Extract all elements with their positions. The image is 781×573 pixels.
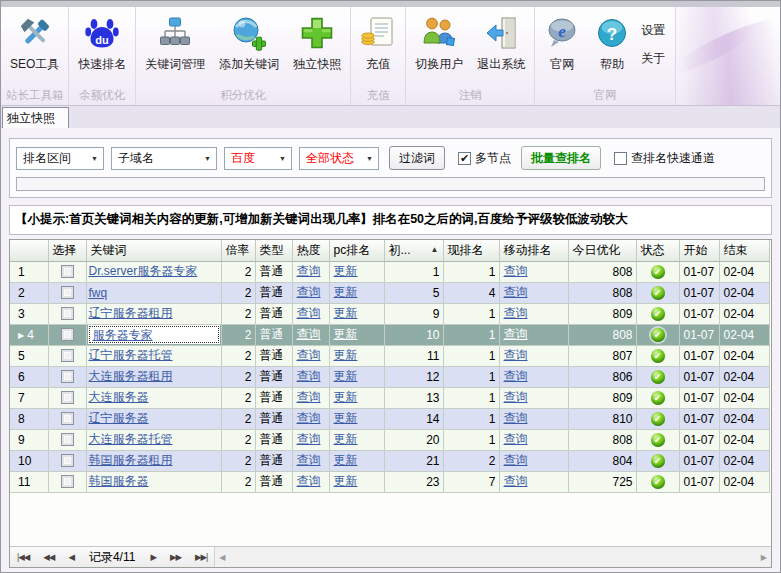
nav-first-button[interactable]: |◀◀ [10, 552, 36, 562]
pc-rank-update-link[interactable]: 更新 [334, 348, 358, 362]
keyword-link[interactable]: 服务器专家 [93, 328, 153, 342]
row-checkbox[interactable] [61, 454, 74, 467]
search-engine-dropdown[interactable]: 百度 ▼ [224, 147, 292, 170]
keyword-link[interactable]: 辽宁服务器 [89, 411, 149, 425]
table-row[interactable]: 3辽宁服务器租用2普通查询更新91查询809✔01-0702-04 [10, 303, 769, 324]
pc-rank-update-link[interactable]: 更新 [334, 306, 358, 320]
pc-rank-update-link[interactable]: 更新 [334, 474, 358, 488]
scroll-left-icon[interactable]: ◀ [219, 553, 225, 562]
mobile-rank-query-link[interactable]: 查询 [504, 306, 528, 320]
mobile-rank-query-link[interactable]: 查询 [504, 264, 528, 278]
tab-standalone-snapshot[interactable]: 独立快照 [2, 107, 69, 128]
heat-query-link[interactable]: 查询 [297, 390, 321, 404]
header-type[interactable]: 类型 [255, 240, 292, 261]
table-row[interactable]: 9大连服务器托管2普通查询更新201查询808✔01-0702-04 [10, 429, 769, 450]
nav-next-page-button[interactable]: ▶▶ [163, 552, 188, 562]
header-select[interactable]: 选择 [48, 240, 86, 261]
official-site-button[interactable]: e 官网 [537, 8, 587, 75]
header-start[interactable]: 开始 [679, 240, 719, 261]
table-row[interactable]: 11韩国服务器2普通查询更新237查询725✔01-0702-04 [10, 471, 769, 492]
heat-query-link[interactable]: 查询 [297, 285, 321, 299]
filter-input[interactable] [16, 177, 765, 191]
row-checkbox[interactable] [61, 412, 74, 425]
table-row[interactable]: ▶4服务器专家2普通查询更新101查询808✔01-0702-04 [10, 324, 769, 345]
status-filter-dropdown[interactable]: 全部状态 ▼ [299, 147, 379, 170]
heat-query-link[interactable]: 查询 [297, 306, 321, 320]
header-initial-rank[interactable]: 初... ▲ [384, 240, 443, 261]
heat-query-link[interactable]: 查询 [297, 348, 321, 362]
row-checkbox[interactable] [61, 307, 74, 320]
subdomain-dropdown[interactable]: 子域名 ▼ [111, 147, 217, 170]
heat-query-link[interactable]: 查询 [297, 264, 321, 278]
row-checkbox[interactable] [61, 349, 74, 362]
mobile-rank-query-link[interactable]: 查询 [504, 327, 528, 341]
nav-next-button[interactable]: ▶ [143, 552, 163, 562]
header-multiplier[interactable]: 倍率 [221, 240, 255, 261]
pc-rank-update-link[interactable]: 更新 [334, 285, 358, 299]
scroll-right-icon[interactable]: ▶ [761, 553, 767, 562]
header-heat[interactable]: 热度 [292, 240, 329, 261]
pc-rank-update-link[interactable]: 更新 [334, 369, 358, 383]
fast-rank-button[interactable]: du 快速排名 [71, 8, 133, 75]
standalone-snapshot-button[interactable]: 独立快照 [286, 8, 348, 75]
mobile-rank-query-link[interactable]: 查询 [504, 390, 528, 404]
nav-last-button[interactable]: ▶▶| [188, 552, 214, 562]
keyword-link[interactable]: 韩国服务器 [89, 474, 149, 488]
mobile-rank-query-link[interactable]: 查询 [504, 369, 528, 383]
header-today-optimized[interactable]: 今日优化 [568, 240, 636, 261]
table-row[interactable]: 1Dr.server服务器专家2普通查询更新11查询808✔01-0702-04 [10, 261, 769, 282]
add-keyword-button[interactable]: 添加关键词 [212, 8, 286, 75]
fast-channel-checkbox[interactable] [614, 152, 627, 165]
header-pc-rank[interactable]: pc排名 [329, 240, 384, 261]
heat-query-link[interactable]: 查询 [297, 474, 321, 488]
horizontal-scrollbar[interactable]: ◀ ▶ [214, 547, 771, 567]
table-row[interactable]: 8辽宁服务器2普通查询更新141查询810✔01-0702-04 [10, 408, 769, 429]
nav-prior-page-button[interactable]: ◀◀ [36, 552, 61, 562]
about-button[interactable]: 关于 [641, 50, 665, 67]
heat-query-link[interactable]: 查询 [297, 327, 321, 341]
row-checkbox[interactable] [61, 391, 74, 404]
keyword-link[interactable]: 大连服务器 [89, 390, 149, 404]
rank-range-dropdown[interactable]: 排名区间 ▼ [16, 147, 104, 170]
mobile-rank-query-link[interactable]: 查询 [504, 474, 528, 488]
mobile-rank-query-link[interactable]: 查询 [504, 348, 528, 362]
row-checkbox[interactable] [61, 370, 74, 383]
heat-query-link[interactable]: 查询 [297, 453, 321, 467]
table-row[interactable]: 5辽宁服务器托管2普通查询更新111查询807✔01-0702-04 [10, 345, 769, 366]
heat-query-link[interactable]: 查询 [297, 432, 321, 446]
keyword-link[interactable]: 大连服务器托管 [89, 432, 173, 446]
keyword-link[interactable]: 大连服务器租用 [89, 369, 173, 383]
heat-query-link[interactable]: 查询 [297, 411, 321, 425]
mobile-rank-query-link[interactable]: 查询 [504, 432, 528, 446]
batch-rank-query-button[interactable]: 批量查排名 [521, 146, 601, 170]
keyword-link[interactable]: 辽宁服务器托管 [89, 348, 173, 362]
header-mobile-rank[interactable]: 移动排名 [499, 240, 568, 261]
row-checkbox[interactable] [61, 265, 74, 278]
keyword-edit-box[interactable]: 服务器专家 [89, 326, 219, 343]
keyword-link[interactable]: 韩国服务器租用 [89, 453, 173, 467]
switch-user-button[interactable]: 切换用户 [408, 8, 470, 75]
keyword-link[interactable]: Dr.server服务器专家 [89, 264, 198, 278]
keyword-link[interactable]: 辽宁服务器租用 [89, 306, 173, 320]
pc-rank-update-link[interactable]: 更新 [334, 453, 358, 467]
header-status[interactable]: 状态 [636, 240, 679, 261]
keyword-manage-button[interactable]: 关键词管理 [138, 8, 212, 75]
header-current-rank[interactable]: 现排名 [443, 240, 499, 261]
mobile-rank-query-link[interactable]: 查询 [504, 411, 528, 425]
pc-rank-update-link[interactable]: 更新 [334, 264, 358, 278]
help-button[interactable]: ? 帮助 [587, 8, 637, 75]
row-checkbox[interactable] [61, 475, 74, 488]
table-row[interactable]: 2fwq2普通查询更新54查询808✔01-0702-04 [10, 282, 769, 303]
seo-tools-button[interactable]: SEO工具 [3, 8, 66, 75]
heat-query-link[interactable]: 查询 [297, 369, 321, 383]
header-keyword[interactable]: 关键词 [86, 240, 221, 261]
exit-system-button[interactable]: 退出系统 [470, 8, 532, 75]
mobile-rank-query-link[interactable]: 查询 [504, 285, 528, 299]
row-checkbox[interactable] [61, 286, 74, 299]
filter-word-button[interactable]: 过滤词 [389, 146, 445, 170]
pc-rank-update-link[interactable]: 更新 [334, 327, 358, 341]
pc-rank-update-link[interactable]: 更新 [334, 432, 358, 446]
pc-rank-update-link[interactable]: 更新 [334, 411, 358, 425]
table-row[interactable]: 7大连服务器2普通查询更新131查询809✔01-0702-04 [10, 387, 769, 408]
recharge-button[interactable]: 充值 [353, 8, 403, 75]
